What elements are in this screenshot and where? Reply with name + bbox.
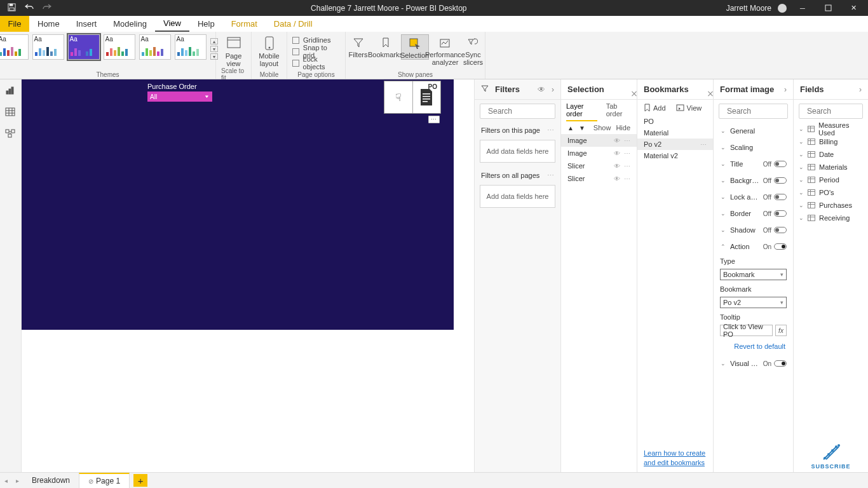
format-bookmark-dropdown[interactable]: Po v2▾	[720, 297, 787, 308]
tab-order-tab[interactable]: Tab order	[606, 102, 632, 121]
move-up-icon[interactable]: ▲	[567, 125, 574, 132]
tab-format[interactable]: Format	[223, 16, 266, 32]
collapse-icon[interactable]: ›	[784, 85, 787, 94]
page-prev-button[interactable]: ◂	[0, 477, 11, 484]
theme-swatch[interactable]: Aa	[32, 34, 64, 60]
hide-eye-icon[interactable]: 👁	[614, 163, 620, 170]
selection-item[interactable]: Slicer👁⋯	[561, 172, 637, 185]
collapse-icon[interactable]: ›	[552, 85, 554, 94]
page-tab-page1[interactable]: ⊘Page 1	[79, 473, 130, 489]
move-down-icon[interactable]: ▼	[579, 125, 585, 132]
format-action[interactable]: ⌃ActionOn	[714, 238, 793, 255]
format-tooltip-fx-button[interactable]: fx	[775, 325, 787, 336]
bookmark-add-button[interactable]: Add	[644, 104, 666, 112]
theme-swatch[interactable]: Aa	[104, 34, 135, 60]
selection-item[interactable]: Image👁⋯	[561, 147, 637, 159]
bookmarks-learn-link[interactable]: Learn how to create and edit bookmarks	[637, 449, 713, 472]
bookmark-item[interactable]: Po v2⋯	[637, 139, 713, 150]
format-scaling[interactable]: ⌄Scaling	[714, 139, 793, 156]
minimize-button[interactable]: ─	[793, 0, 812, 16]
format-shadow[interactable]: ⌄ShadowOff	[714, 222, 793, 238]
visual-options-button[interactable]: ⋯	[428, 116, 440, 123]
sync-slicers-toggle[interactable]: Sync slicers	[462, 34, 485, 66]
undo-icon[interactable]	[25, 3, 34, 13]
page-view-button[interactable]: Page view	[217, 34, 250, 67]
more-icon[interactable]: ⋯	[547, 172, 554, 180]
theme-swatch[interactable]: Aa	[0, 34, 29, 60]
field-table[interactable]: ⌄Billing	[794, 135, 868, 148]
avatar[interactable]	[778, 4, 787, 13]
hide-eye-icon[interactable]: 👁	[614, 150, 620, 157]
show-label[interactable]: Show	[593, 124, 611, 132]
tab-data-drill[interactable]: Data / Drill	[266, 16, 321, 32]
field-table[interactable]: ⌄Receiving	[794, 212, 868, 224]
bookmark-view-button[interactable]: View	[676, 104, 702, 112]
format-visual-header[interactable]: ⌄Visual he...On	[714, 355, 793, 372]
field-table[interactable]: ⌄PO's	[794, 186, 868, 199]
hide-eye-icon[interactable]: 👁	[614, 175, 620, 182]
maximize-button[interactable]	[818, 0, 837, 16]
field-table[interactable]: ⌄Date	[794, 148, 868, 161]
format-border[interactable]: ⌄BorderOff	[714, 205, 793, 222]
file-tab[interactable]: File	[0, 16, 29, 32]
bookmark-item[interactable]: PO	[637, 116, 713, 127]
format-title-prop[interactable]: ⌄TitleOff	[714, 156, 793, 172]
theme-swatch-selected[interactable]: Aa	[68, 34, 100, 60]
filters-all-pages-label: Filters on all pages	[481, 172, 539, 180]
filters-this-page-drop[interactable]: Add data fields here	[480, 140, 555, 163]
page-next-button[interactable]: ▸	[11, 477, 23, 484]
tab-help[interactable]: Help	[189, 16, 223, 32]
purchase-order-slicer[interactable]: All▼	[147, 92, 212, 102]
revert-to-default[interactable]: Revert to default	[714, 337, 793, 355]
add-page-button[interactable]: +	[133, 474, 147, 487]
eye-icon[interactable]: 👁	[538, 85, 545, 94]
format-lock-aspect[interactable]: ⌄Lock aspe...Off	[714, 189, 793, 205]
fields-search[interactable]	[799, 104, 863, 119]
tab-home[interactable]: Home	[29, 16, 68, 32]
tab-modeling[interactable]: Modeling	[105, 16, 155, 32]
close-button[interactable]: ✕	[844, 0, 863, 16]
svg-point-36	[831, 449, 834, 452]
selection-pane-toggle[interactable]: Selection	[401, 34, 429, 60]
model-view-icon[interactable]	[5, 129, 17, 139]
bookmark-item[interactable]: Material	[637, 127, 713, 139]
format-general[interactable]: ⌄General	[714, 123, 793, 139]
layer-order-tab[interactable]: Layer order	[566, 102, 597, 121]
subscribe-badge[interactable]: SUBSCRIBE	[794, 439, 868, 472]
report-view-icon[interactable]	[5, 86, 17, 96]
po-image-card[interactable]: ☟ PO	[384, 81, 441, 114]
selection-item[interactable]: Slicer👁⋯	[561, 159, 637, 172]
collapse-icon[interactable]: ›	[859, 85, 862, 94]
bookmark-item[interactable]: Material v2	[637, 150, 713, 161]
theme-swatch[interactable]: Aa	[139, 34, 171, 60]
data-view-icon[interactable]	[5, 107, 17, 118]
field-table[interactable]: ⌄Period	[794, 173, 868, 186]
bookmarks-pane-toggle[interactable]: Bookmarks	[370, 34, 401, 58]
save-icon[interactable]	[8, 3, 16, 13]
format-search[interactable]	[719, 104, 788, 119]
redo-icon[interactable]	[43, 3, 51, 13]
more-icon[interactable]: ⋯	[700, 141, 707, 148]
tab-insert[interactable]: Insert	[68, 16, 105, 32]
selection-item[interactable]: Image👁⋯	[561, 134, 637, 147]
filters-search[interactable]	[480, 104, 555, 119]
mobile-layout-button[interactable]: Mobile layout	[253, 34, 286, 67]
page-tab-breakdown[interactable]: Breakdown	[23, 473, 79, 489]
format-type-dropdown[interactable]: Bookmark▾	[720, 269, 787, 280]
user-name[interactable]: Jarrett Moore	[726, 4, 771, 13]
hide-eye-icon[interactable]: 👁	[614, 137, 620, 144]
field-table[interactable]: ⌄Materials	[794, 161, 868, 173]
more-icon[interactable]: ⋯	[547, 126, 554, 135]
field-table[interactable]: ⌄Measures Used	[794, 123, 868, 135]
filters-pane-toggle[interactable]: Filters	[346, 34, 370, 58]
report-canvas[interactable]: Purchase Order All▼ ☟ PO ⋯	[22, 79, 454, 330]
format-background[interactable]: ⌄Backgrou...Off	[714, 172, 793, 189]
perf-analyzer-toggle[interactable]: Performance analyzer	[429, 34, 462, 66]
lock-objects-checkbox[interactable]: Lock objects	[292, 57, 340, 69]
tab-view[interactable]: View	[155, 16, 189, 32]
hide-label[interactable]: Hide	[616, 124, 630, 132]
theme-swatch[interactable]: Aa	[175, 34, 207, 60]
field-table[interactable]: ⌄Purchases	[794, 199, 868, 212]
format-tooltip-input[interactable]: Click to View PO	[720, 325, 773, 336]
filters-all-pages-drop[interactable]: Add data fields here	[480, 185, 555, 208]
